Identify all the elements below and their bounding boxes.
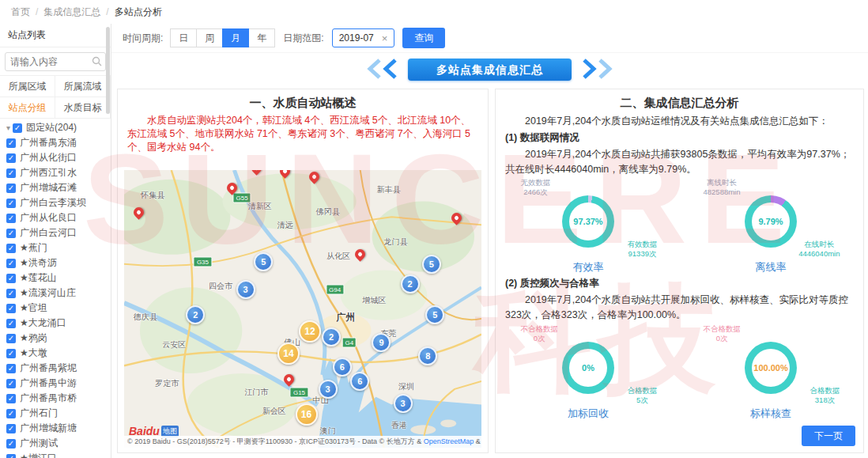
donut-row-1: 无效数据2466次97.37%有效数据91339次有效率离线时长482588mi… — [505, 178, 854, 274]
checkbox-checked-icon[interactable]: ✓ — [6, 214, 16, 223]
breadcrumb-home[interactable]: 首页 — [11, 6, 30, 19]
station-list-item[interactable]: ✓★增江口 — [0, 451, 111, 458]
map-cluster-marker[interactable]: 2 — [186, 305, 205, 324]
map-cluster-marker[interactable]: 6 — [350, 372, 369, 391]
map-pin-icon[interactable] — [250, 170, 264, 176]
checkbox-checked-icon[interactable]: ✓ — [6, 409, 16, 418]
map-cluster-marker[interactable]: 6 — [333, 358, 352, 377]
donut-label-spike-recovery-1: 合格数据5次 — [628, 386, 658, 405]
station-list-item[interactable]: ✓★鸦岗 — [0, 331, 111, 346]
station-list-item[interactable]: ✓广州番禺市桥 — [0, 391, 111, 406]
period-option-1[interactable]: 周 — [196, 28, 223, 47]
checkbox-checked-icon[interactable]: ✓ — [6, 244, 16, 253]
station-list-item[interactable]: ✓★蕉门 — [0, 240, 111, 255]
station-list-item[interactable]: ✓★莲花山 — [0, 271, 111, 286]
station-list-item[interactable]: ✓广州从化街口 — [0, 150, 111, 165]
checkbox-checked-icon[interactable]: ✓ — [6, 319, 16, 328]
map-cluster-marker[interactable]: 12 — [299, 320, 321, 343]
map-pin-icon[interactable] — [278, 170, 292, 178]
station-list-item[interactable]: ✓★流溪河山庄 — [0, 286, 111, 301]
checkbox-checked-icon[interactable]: ✓ — [6, 168, 16, 178]
map-pin-icon[interactable] — [450, 210, 464, 225]
checkbox-checked-icon[interactable]: ✓ — [6, 153, 16, 163]
station-name: ★流溪河山庄 — [20, 286, 76, 300]
station-list-item[interactable]: ✓★官坦 — [0, 301, 111, 316]
station-list-item[interactable]: ✓★大龙涌口 — [0, 316, 111, 331]
map-cluster-marker[interactable]: 3 — [319, 380, 338, 399]
station-list-item[interactable]: ✓广州白云河口 — [0, 225, 111, 240]
checkbox-checked-icon[interactable]: ✓ — [6, 138, 16, 148]
station-list-item[interactable]: ✓广州从化良口 — [0, 210, 111, 225]
station-list-item[interactable]: ✓广州番禺紫坭 — [0, 361, 111, 376]
map-cluster-marker[interactable]: 16 — [296, 403, 318, 426]
map-cluster-marker[interactable]: 8 — [418, 346, 437, 365]
station-list-item[interactable]: ✓广州番禺中游 — [0, 376, 111, 391]
checkbox-checked-icon[interactable]: ✓ — [6, 379, 16, 388]
checkbox-checked-icon[interactable]: ✓ — [6, 304, 16, 313]
map-cluster-marker[interactable]: 5 — [422, 255, 441, 274]
osm-link[interactable]: OpenStreetMap — [424, 437, 474, 445]
checkbox-checked-icon[interactable]: ✓ — [6, 334, 16, 343]
checkbox-checked-icon[interactable]: ✓ — [6, 394, 16, 403]
donut-chart-spike-recovery: 不合格数据0次0%合格数据5次加标回收 — [511, 324, 666, 421]
sidebar-tab-1[interactable]: 所属流域 — [55, 75, 111, 97]
map-cluster-marker[interactable]: 3 — [236, 280, 255, 299]
map-cluster-marker[interactable]: 14 — [277, 343, 300, 365]
map-place-label: 增城区 — [362, 295, 386, 306]
query-button[interactable]: 查询 — [402, 28, 445, 48]
checkbox-checked-icon[interactable]: ✓ — [13, 123, 22, 133]
checkbox-checked-icon[interactable]: ✓ — [6, 259, 16, 268]
period-option-0[interactable]: 日 — [170, 28, 197, 47]
station-list-item[interactable]: ✓广州西江引水 — [0, 165, 111, 180]
map-pin-icon[interactable] — [307, 170, 321, 184]
station-list-item[interactable]: ✓广州测试 — [0, 436, 111, 451]
station-list-item[interactable]: ✓★洪奇沥 — [0, 255, 111, 271]
station-group-label: 固定站(204) — [26, 121, 77, 134]
checkbox-checked-icon[interactable]: ✓ — [6, 439, 16, 449]
breadcrumb-summary[interactable]: 集成信息汇总 — [43, 6, 100, 19]
station-group-row[interactable]: ▾ ✓ 固定站(204) — [0, 120, 111, 135]
checkbox-checked-icon[interactable]: ✓ — [6, 229, 16, 238]
map-pin-icon[interactable] — [281, 372, 296, 386]
station-list-item[interactable]: ✓广州番禺东涌 — [0, 135, 111, 150]
station-list-item[interactable]: ✓广州增城新塘 — [0, 421, 111, 436]
checkbox-checked-icon[interactable]: ✓ — [6, 454, 16, 458]
station-list-item[interactable]: ✓★大墩 — [0, 346, 111, 361]
checkbox-checked-icon[interactable]: ✓ — [6, 424, 16, 433]
date-range-input[interactable]: 2019-07 × — [332, 28, 395, 47]
station-list-item[interactable]: ✓广州增城石滩 — [0, 180, 111, 195]
map-pin-icon[interactable] — [353, 247, 368, 261]
search-input[interactable] — [5, 52, 106, 71]
sidebar-tab-0[interactable]: 所属区域 — [0, 75, 55, 97]
period-option-3[interactable]: 年 — [248, 28, 275, 47]
station-list-item[interactable]: ✓广州白云李溪坝 — [0, 195, 111, 210]
map[interactable]: 怀集县清新区清远佛冈县新丰县龙门县从化区四会市德庆县云安区罗定市广州增城区佛山东… — [124, 170, 481, 448]
checkbox-checked-icon[interactable]: ✓ — [6, 184, 16, 193]
donut-label-standard-check-0: 不合格数据0次 — [704, 324, 742, 343]
map-cluster-marker[interactable]: 5 — [425, 305, 444, 324]
checkbox-checked-icon[interactable]: ✓ — [6, 199, 16, 208]
search-icon[interactable] — [92, 56, 102, 69]
clear-icon[interactable]: × — [382, 32, 388, 44]
map-cluster-marker[interactable]: 5 — [254, 252, 273, 271]
analysis-panel-title: 二、集成信息汇总分析 — [496, 96, 863, 111]
checkbox-checked-icon[interactable]: ✓ — [6, 349, 16, 358]
checkbox-checked-icon[interactable]: ✓ — [6, 274, 16, 283]
sidebar-scrollbar-thumb[interactable] — [106, 27, 110, 114]
checkbox-checked-icon[interactable]: ✓ — [6, 364, 16, 373]
map-pin-icon[interactable] — [131, 205, 145, 219]
sidebar-tab-2[interactable]: 站点分组 — [0, 97, 55, 119]
map-cluster-marker[interactable]: 3 — [394, 394, 413, 413]
station-list-item[interactable]: ✓广州石门 — [0, 406, 111, 421]
map-place-label: 从化区 — [326, 251, 350, 262]
sidebar-tab-3[interactable]: 水质目标 — [55, 97, 111, 119]
period-option-2[interactable]: 月 — [222, 28, 249, 47]
station-name: 广州石门 — [20, 407, 58, 420]
station-name: 广州从化街口 — [20, 151, 77, 165]
map-cluster-marker[interactable]: 2 — [322, 327, 341, 346]
caret-down-icon[interactable]: ▾ — [6, 123, 10, 132]
map-cluster-marker[interactable]: 9 — [372, 333, 391, 352]
checkbox-checked-icon[interactable]: ✓ — [6, 289, 16, 298]
next-page-button[interactable]: 下一页 — [802, 426, 855, 446]
map-cluster-marker[interactable]: 2 — [401, 274, 420, 293]
